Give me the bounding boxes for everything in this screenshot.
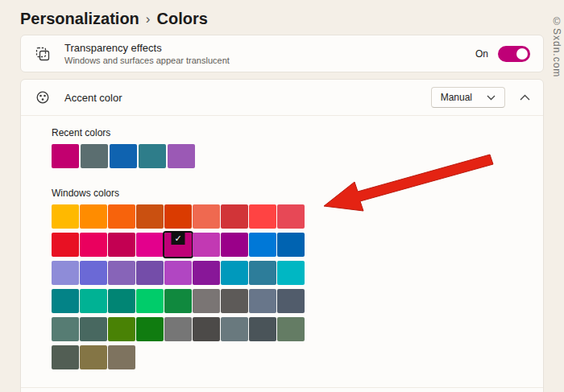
windows-color-swatch[interactable] [136, 261, 164, 285]
windows-color-swatch[interactable] [52, 317, 79, 341]
windows-color-swatch-selected[interactable]: ✓ [164, 233, 192, 257]
windows-color-swatch[interactable] [52, 289, 79, 313]
settings-colors-page: Personalization › Colors Transparency ef… [0, 0, 564, 392]
windows-color-swatch[interactable] [80, 233, 107, 257]
recent-colors-grid [52, 144, 525, 168]
watermark: ©Sxdn.com [551, 16, 562, 77]
transparency-title: Transparency effects [64, 42, 475, 54]
accent-mode-dropdown[interactable]: Manual [431, 87, 505, 108]
windows-color-swatch[interactable] [164, 204, 192, 229]
recent-colors-label: Recent colors [52, 127, 525, 138]
windows-color-swatch[interactable] [277, 261, 305, 285]
windows-color-swatch[interactable] [108, 204, 135, 229]
windows-color-swatch[interactable] [80, 345, 107, 369]
windows-color-swatch[interactable] [136, 233, 164, 257]
chevron-down-icon [487, 92, 496, 103]
windows-color-swatch[interactable] [249, 204, 276, 229]
windows-color-swatch[interactable] [136, 204, 164, 229]
accent-color-card: Accent color Manual Recent colors Window… [20, 79, 544, 392]
windows-color-swatch[interactable] [108, 345, 135, 369]
transparency-toggle[interactable] [498, 46, 530, 62]
windows-color-swatch[interactable] [164, 317, 192, 341]
windows-color-swatch[interactable] [193, 261, 220, 285]
toggle-knob [516, 48, 528, 60]
windows-color-swatch[interactable] [277, 204, 305, 229]
windows-color-swatch[interactable] [164, 261, 192, 285]
windows-color-swatch[interactable] [136, 317, 164, 341]
windows-color-swatch[interactable] [193, 317, 220, 341]
windows-color-swatch[interactable] [249, 289, 276, 313]
breadcrumb: Personalization › Colors [0, 0, 564, 35]
windows-color-swatch[interactable] [221, 233, 248, 257]
windows-color-swatch[interactable] [136, 289, 164, 313]
windows-color-swatch[interactable] [52, 345, 79, 369]
windows-color-swatch[interactable] [80, 289, 107, 313]
windows-color-swatch[interactable] [80, 317, 107, 341]
transparency-icon [34, 46, 52, 62]
accent-color-icon [34, 89, 52, 105]
transparency-subtitle: Windows and surfaces appear translucent [64, 56, 475, 65]
expander-collapse-button[interactable] [520, 94, 530, 101]
windows-colors-grid: ✓ [52, 204, 525, 369]
accent-mode-value: Manual [441, 92, 472, 103]
windows-color-swatch[interactable] [52, 204, 79, 229]
windows-color-swatch[interactable] [221, 261, 248, 285]
windows-color-swatch[interactable] [249, 233, 276, 257]
windows-color-swatch[interactable] [249, 261, 276, 285]
windows-color-swatch[interactable] [108, 289, 135, 313]
windows-color-swatch[interactable] [108, 233, 135, 257]
recent-color-swatch[interactable] [81, 144, 108, 168]
recent-color-swatch[interactable] [139, 144, 166, 168]
windows-color-swatch[interactable] [52, 233, 79, 257]
windows-color-swatch[interactable] [277, 289, 305, 313]
page-title: Colors [156, 10, 207, 28]
windows-colors-label: Windows colors [52, 188, 525, 199]
accent-color-title: Accent color [64, 92, 431, 104]
selected-check-icon: ✓ [172, 233, 185, 245]
windows-color-swatch[interactable] [277, 233, 305, 257]
windows-color-swatch[interactable] [80, 261, 107, 285]
toggle-state-label: On [475, 48, 488, 60]
windows-color-swatch[interactable] [108, 261, 135, 285]
recent-color-swatch[interactable] [168, 144, 195, 168]
accent-color-header[interactable]: Accent color Manual [21, 80, 543, 116]
accent-color-body: Recent colors Windows colors ✓ [21, 116, 543, 369]
recent-color-swatch[interactable] [52, 144, 79, 168]
windows-color-swatch[interactable] [249, 317, 276, 341]
breadcrumb-personalization[interactable]: Personalization [20, 10, 139, 28]
windows-color-swatch[interactable] [164, 289, 192, 313]
windows-color-swatch[interactable] [221, 289, 248, 313]
windows-color-swatch[interactable] [221, 204, 248, 229]
windows-color-swatch[interactable] [193, 289, 220, 313]
windows-color-swatch[interactable] [52, 261, 79, 285]
windows-color-swatch[interactable] [108, 317, 135, 341]
recent-color-swatch[interactable] [110, 144, 137, 168]
windows-color-swatch[interactable] [193, 233, 220, 257]
windows-color-swatch[interactable] [277, 317, 305, 341]
custom-colors-row: Custom colors View colors [21, 387, 543, 392]
windows-color-swatch[interactable] [221, 317, 248, 341]
windows-color-swatch[interactable] [193, 204, 220, 229]
windows-color-swatch[interactable] [80, 204, 107, 229]
breadcrumb-separator: › [146, 11, 151, 27]
transparency-effects-card: Transparency effects Windows and surface… [20, 35, 544, 72]
